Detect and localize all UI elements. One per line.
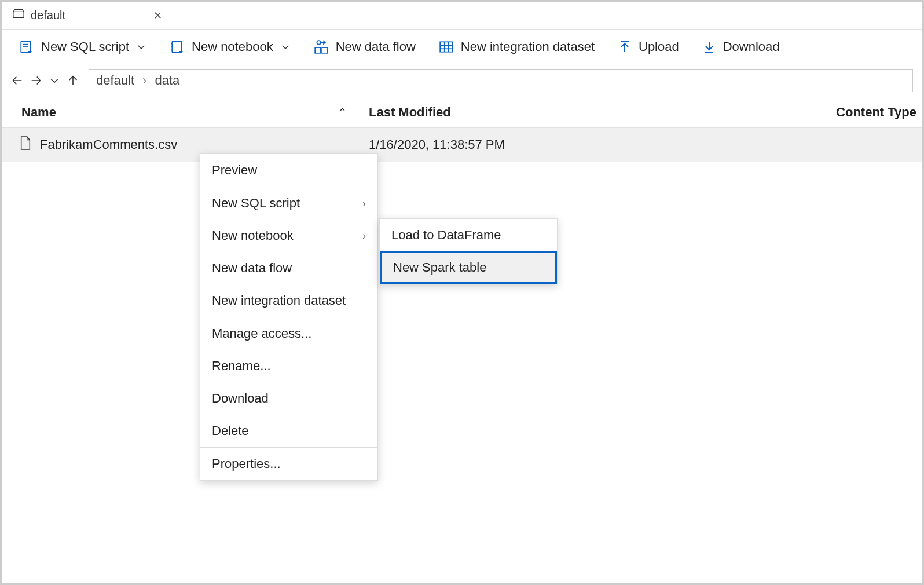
nav-down-button[interactable] [48, 74, 61, 87]
chevron-right-icon: › [362, 198, 366, 210]
submenu: Load to DataFrame New Spark table [379, 218, 558, 284]
menu-item-rename[interactable]: Rename... [200, 350, 377, 382]
menu-item-delete[interactable]: Delete [200, 415, 377, 447]
toolbar: + New SQL script + New notebook New data… [2, 30, 922, 64]
nav-up-button[interactable] [67, 74, 79, 87]
tab-default[interactable]: default ✕ [2, 2, 175, 29]
menu-item-manage-access[interactable]: Manage access... [200, 317, 377, 350]
menu-label: New data flow [212, 261, 292, 276]
sql-script-icon: + [19, 39, 34, 54]
menu-item-new-notebook[interactable]: New notebook › [200, 220, 377, 252]
new-integration-dataset-button[interactable]: New integration dataset [439, 39, 595, 54]
nav-back-button[interactable] [11, 74, 24, 87]
toolbar-label: Upload [639, 39, 679, 54]
upload-icon [618, 40, 632, 54]
submenu-item-new-spark-table[interactable]: New Spark table [380, 251, 557, 284]
breadcrumb-segment[interactable]: data [155, 73, 179, 88]
column-label: Last Modified [369, 105, 451, 119]
menu-label: New integration dataset [212, 293, 346, 308]
file-name: FabrikamComments.csv [40, 137, 177, 152]
chevron-right-icon: › [362, 230, 366, 242]
column-label: Content Type [836, 105, 916, 119]
menu-label: Manage access... [212, 326, 311, 341]
file-last-modified: 1/16/2020, 11:38:57 PM [361, 137, 922, 152]
dataset-icon [439, 39, 454, 54]
menu-label: New SQL script [212, 196, 300, 211]
chevron-down-icon [280, 42, 291, 52]
menu-label: Rename... [212, 359, 271, 374]
menu-label: New notebook [212, 228, 294, 243]
chevron-right-icon: › [142, 73, 146, 88]
column-header-content-type[interactable]: Content Type [806, 105, 922, 120]
menu-label: Delete [212, 423, 249, 438]
new-notebook-button[interactable]: + New notebook [170, 39, 291, 54]
tab-title: default [31, 9, 65, 22]
column-label: Name [21, 105, 56, 120]
column-header-name[interactable]: Name ⌃ [2, 105, 361, 120]
svg-rect-12 [440, 42, 453, 52]
chevron-down-icon [136, 42, 146, 52]
svg-text:+: + [179, 47, 183, 54]
sort-ascending-icon: ⌃ [338, 106, 347, 119]
file-icon [19, 136, 32, 154]
svg-text:+: + [28, 47, 32, 54]
toolbar-label: New integration dataset [461, 39, 595, 54]
tab-bar: default ✕ [2, 2, 922, 30]
menu-item-new-sql-script[interactable]: New SQL script › [200, 187, 377, 220]
upload-button[interactable]: Upload [618, 39, 679, 54]
table-row[interactable]: FabrikamComments.csv 1/16/2020, 11:38:57… [2, 128, 922, 162]
breadcrumb-segment[interactable]: default [96, 73, 134, 88]
svg-rect-9 [315, 47, 321, 53]
menu-item-new-integration-dataset[interactable]: New integration dataset [200, 284, 377, 317]
menu-label: Preview [212, 163, 257, 178]
context-menu: Preview New SQL script › New notebook › … [200, 153, 378, 481]
table-header: Name ⌃ Last Modified Content Type [2, 97, 922, 128]
breadcrumb[interactable]: default › data [89, 69, 913, 92]
menu-label: Properties... [212, 456, 281, 471]
new-sql-script-button[interactable]: + New SQL script [19, 39, 146, 54]
menu-item-new-data-flow[interactable]: New data flow [200, 252, 377, 284]
menu-item-properties[interactable]: Properties... [200, 448, 377, 480]
database-icon [12, 9, 25, 22]
menu-label: Download [212, 391, 269, 406]
menu-item-download[interactable]: Download [200, 382, 377, 415]
svg-point-11 [317, 41, 321, 45]
download-button[interactable]: Download [702, 39, 780, 54]
submenu-label: New Spark table [393, 260, 486, 275]
submenu-label: Load to DataFrame [391, 228, 501, 243]
column-header-last-modified[interactable]: Last Modified [361, 105, 806, 120]
svg-rect-10 [322, 47, 328, 53]
notebook-icon: + [170, 39, 185, 54]
toolbar-label: Download [723, 39, 780, 54]
submenu-item-load-to-dataframe[interactable]: Load to DataFrame [380, 219, 557, 251]
close-icon[interactable]: ✕ [151, 7, 164, 24]
new-data-flow-button[interactable]: New data flow [314, 39, 416, 54]
toolbar-label: New notebook [192, 39, 273, 54]
nav-row: default › data [2, 64, 922, 97]
data-flow-icon [314, 39, 329, 54]
download-icon [702, 40, 716, 54]
toolbar-label: New data flow [336, 39, 416, 54]
menu-item-preview[interactable]: Preview [200, 154, 377, 187]
nav-forward-button[interactable] [30, 74, 42, 87]
toolbar-label: New SQL script [41, 39, 129, 54]
